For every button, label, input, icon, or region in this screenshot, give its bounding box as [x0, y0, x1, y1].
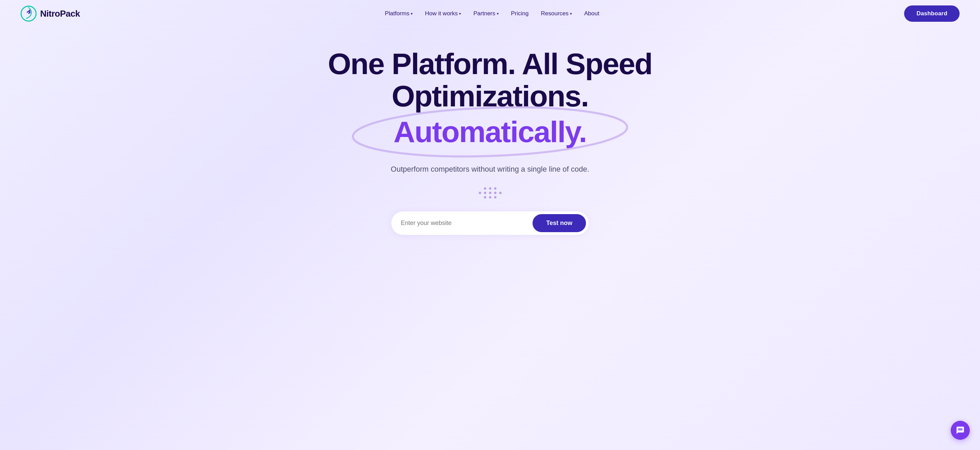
chevron-down-icon: ▾ — [497, 11, 499, 16]
dot — [494, 196, 496, 198]
hero-title: One Platform. All Speed Optimizations. A… — [286, 48, 694, 148]
main-nav: NitroPack Platforms ▾ How it works ▾ Par… — [0, 0, 980, 27]
dashboard-button[interactable]: Dashboard — [904, 5, 959, 22]
dot — [484, 192, 486, 194]
nitropack-logo-icon — [21, 5, 37, 22]
dot — [489, 196, 492, 198]
dot — [494, 187, 496, 190]
dot — [484, 187, 486, 190]
dot — [484, 196, 486, 198]
logo-text: NitroPack — [40, 8, 80, 19]
dot — [479, 192, 481, 194]
website-test-bar: Test now — [391, 211, 589, 235]
dotted-chevron-decoration — [479, 187, 501, 198]
dot-row-3 — [484, 196, 496, 198]
nav-resources[interactable]: Resources ▾ — [541, 10, 572, 17]
hero-section: One Platform. All Speed Optimizations. A… — [0, 27, 980, 249]
nav-partners[interactable]: Partners ▾ — [473, 10, 498, 17]
chat-bubble-button[interactable] — [951, 421, 970, 440]
dot — [499, 192, 501, 194]
hero-line1: One Platform. — [328, 47, 515, 81]
dot-row-2 — [479, 192, 501, 194]
nav-links: Platforms ▾ How it works ▾ Partners ▾ Pr… — [385, 10, 599, 17]
chat-icon — [956, 426, 965, 435]
nav-about[interactable]: About — [584, 10, 599, 17]
nav-how-it-works[interactable]: How it works ▾ — [425, 10, 461, 17]
hero-line3: Automatically. — [394, 115, 587, 149]
dot-row-1 — [484, 187, 496, 190]
dot — [489, 192, 492, 194]
chevron-down-icon: ▾ — [411, 11, 413, 16]
hero-line3-wrap: Automatically. — [286, 116, 694, 148]
hero-subtitle: Outperform competitors without writing a… — [391, 165, 589, 174]
chevron-down-icon: ▾ — [570, 11, 572, 16]
logo-link[interactable]: NitroPack — [21, 5, 80, 22]
chevron-down-icon: ▾ — [459, 11, 461, 16]
nav-pricing[interactable]: Pricing — [511, 10, 529, 17]
dot — [489, 187, 492, 190]
website-input[interactable] — [401, 220, 533, 227]
dot — [494, 192, 496, 194]
nav-platforms[interactable]: Platforms ▾ — [385, 10, 413, 17]
test-now-button[interactable]: Test now — [533, 214, 586, 232]
